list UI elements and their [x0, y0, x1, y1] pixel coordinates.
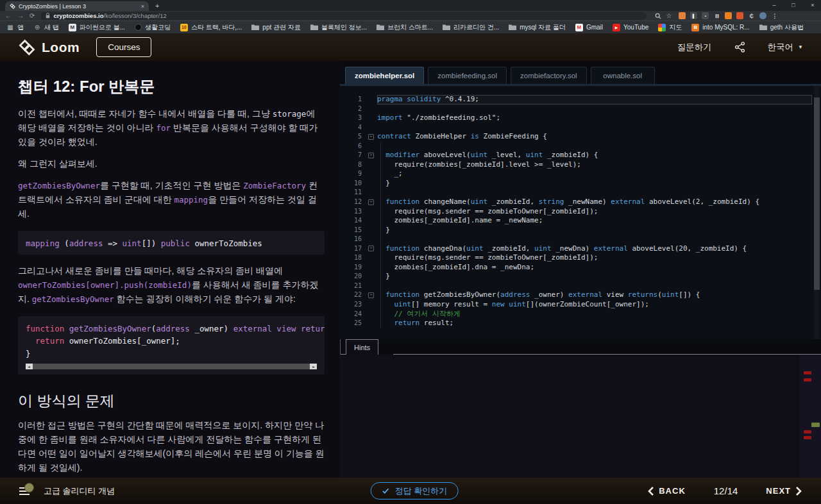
fold-marker-icon[interactable]: −: [368, 153, 374, 158]
line-number: 19: [340, 263, 368, 273]
bookmark-item[interactable]: 지도: [658, 23, 682, 32]
forward-icon[interactable]: →: [17, 12, 24, 19]
bookmark-item[interactable]: M파이썬으로 블...: [69, 23, 125, 32]
ask-question-link[interactable]: 질문하기: [677, 42, 712, 53]
minimize-button[interactable]: –: [770, 2, 779, 8]
back-button[interactable]: BACK: [648, 486, 686, 496]
search-icon[interactable]: [655, 13, 661, 19]
text-segment: [377, 197, 385, 206]
bookmark-item[interactable]: ppt 관련 자료: [251, 23, 300, 32]
code-line: [377, 123, 812, 133]
text-segment: zombies[_zombieId].dna = _newDna;: [377, 263, 534, 271]
code-editor[interactable]: 1pragma solidity ^0.4.19;23import "./zom…: [340, 86, 821, 339]
fold-spacer: [368, 226, 377, 235]
tab-hints[interactable]: Hints: [346, 339, 378, 355]
kebab-extension-icon[interactable]: ⋮: [771, 12, 778, 19]
bookmark-star-icon[interactable]: ☆: [666, 12, 672, 19]
code-line: }: [26, 348, 317, 360]
card-extension-icon[interactable]: ▪: [702, 12, 709, 19]
lesson-paragraph: 이전 챕터에서, 때때로 자네가 함수 내에서 배열을 다룰 때, 그냥 sto…: [18, 107, 325, 149]
bookmark-item[interactable]: 생활코딩: [135, 23, 171, 32]
barcode-extension-icon[interactable]: ∥∥: [713, 12, 720, 19]
code-line: }: [377, 272, 812, 281]
bookmark-item[interactable]: ⊕새 탭: [33, 23, 59, 32]
lesson-footer: 고급 솔리디티 개념 정답 확인하기 BACK 12/14 NEXT: [0, 478, 821, 504]
horizontal-scrollbar[interactable]: ◄►: [26, 364, 317, 369]
chip-gmail-icon: M: [575, 24, 583, 31]
hint-marker: [804, 378, 811, 382]
close-button[interactable]: ×: [808, 2, 817, 8]
fold-marker-icon[interactable]: −: [368, 292, 374, 298]
fold-spacer: [368, 142, 377, 151]
bookmark-label: 브런치 스마트...: [387, 23, 433, 32]
text-segment: []): [142, 239, 161, 248]
cedi-extension-icon[interactable]: ₵: [748, 12, 755, 19]
reload-icon[interactable]: ⟳: [30, 12, 35, 19]
browser-tab[interactable]: CryptoZombies | Lesson 3 ×: [5, 1, 149, 11]
language-selector[interactable]: 한국어 ▼: [768, 42, 803, 53]
code-line: function getZombiesByOwner(address _owne…: [26, 323, 317, 335]
check-icon: [382, 487, 390, 495]
fold-spacer: [368, 188, 377, 197]
new-tab-button[interactable]: +: [155, 2, 159, 10]
favicon-cryptozombies-icon: [10, 3, 15, 9]
line-number: 9: [340, 169, 368, 179]
bookmark-label: mysql 자료 폴더: [520, 23, 566, 32]
code-row: 20 }: [340, 272, 821, 281]
bookmark-item[interactable]: 블록체인 정보...: [310, 23, 367, 32]
fold-marker-icon[interactable]: −: [368, 246, 374, 251]
orange-extension-icon[interactable]: [679, 12, 686, 19]
code-line: modifier aboveLevel(uint _level, uint _z…: [377, 151, 812, 160]
bookmark-item[interactable]: Binto MySQL: R...: [691, 24, 749, 31]
address-bar[interactable]: cryptozombies.io/ko/lesson/3/chapter/12: [40, 12, 647, 20]
bookmark-item[interactable]: ▶YouTube: [613, 24, 648, 31]
next-label: NEXT: [766, 486, 791, 496]
bookmark-item[interactable]: ▦앱: [6, 23, 24, 32]
bookmark-item[interactable]: 리카르디안 건...: [443, 23, 499, 32]
editor-scrollbar-thumb[interactable]: [814, 97, 820, 290]
file-tab-zombiehelper.sol[interactable]: zombiehelper.sol: [345, 67, 424, 84]
text-segment: []) {: [679, 290, 700, 299]
text-segment: 이전 챕터에서, 때때로 자네가 함수 내에서 배열을 다룰 때, 그냥: [18, 108, 273, 119]
file-tab-zombiefeeding.sol[interactable]: zombiefeeding.sol: [428, 67, 507, 84]
scroll-right-arrow-icon[interactable]: ►: [310, 364, 317, 369]
code-line: return result;: [377, 319, 812, 328]
red-extension-icon[interactable]: [736, 12, 743, 19]
file-tab-zombiefactory.sol[interactable]: zombiefactory.sol: [511, 67, 587, 84]
url-text: cryptozombies.io/ko/lesson/3/chapter/12: [53, 12, 166, 19]
bookmark-item[interactable]: mysql 자료 폴더: [509, 23, 566, 32]
scroll-left-arrow-icon[interactable]: ◄: [26, 364, 32, 369]
maximize-button[interactable]: □: [789, 2, 798, 8]
code-line: mapping (address => uint[]) public owner…: [26, 237, 317, 249]
footer-left[interactable]: 고급 솔리디티 개념: [19, 485, 115, 497]
next-button[interactable]: NEXT: [766, 486, 802, 496]
slot-extension-icon[interactable]: ▌: [690, 12, 697, 19]
share-icon[interactable]: [734, 41, 746, 53]
bookmark-item[interactable]: 10스타 트랙, 바다,...: [180, 23, 242, 32]
scrollbar-thumb[interactable]: [33, 364, 310, 369]
code-line: function getZombiesByOwner(address _owne…: [377, 290, 812, 300]
text-segment: uint: [509, 300, 526, 308]
code-line: }: [377, 179, 812, 189]
code-line: // 여기서 시작하게: [377, 310, 812, 319]
fold-marker-icon[interactable]: −: [368, 199, 374, 205]
text-segment: }: [377, 226, 390, 234]
bookmark-item[interactable]: geth 사용법: [759, 23, 804, 32]
file-tab-ownable.sol[interactable]: ownable.sol: [591, 67, 655, 84]
bookmark-label: 리카르디안 건...: [453, 23, 499, 32]
bookmark-item[interactable]: 브런치 스마트...: [377, 23, 433, 32]
profile-extension-icon[interactable]: [759, 12, 766, 19]
tab-close-icon[interactable]: ×: [141, 3, 144, 10]
circle-dark-icon: [135, 24, 142, 31]
metamask-extension-icon[interactable]: [725, 12, 732, 19]
fold-marker-icon[interactable]: −: [368, 134, 374, 140]
back-icon[interactable]: ←: [5, 12, 12, 19]
text-segment: getZombiesByOwner: [69, 324, 151, 333]
bookmark-item[interactable]: MGmail: [575, 24, 603, 31]
loom-logo[interactable]: Loom: [18, 38, 80, 56]
code-line: [377, 142, 812, 151]
check-answer-button[interactable]: 정답 확인하기: [371, 482, 459, 500]
code-row: 5−contract ZombieHelper is ZombieFeeding…: [340, 132, 821, 142]
text-segment: }: [26, 349, 31, 358]
courses-button[interactable]: Courses: [96, 37, 151, 57]
